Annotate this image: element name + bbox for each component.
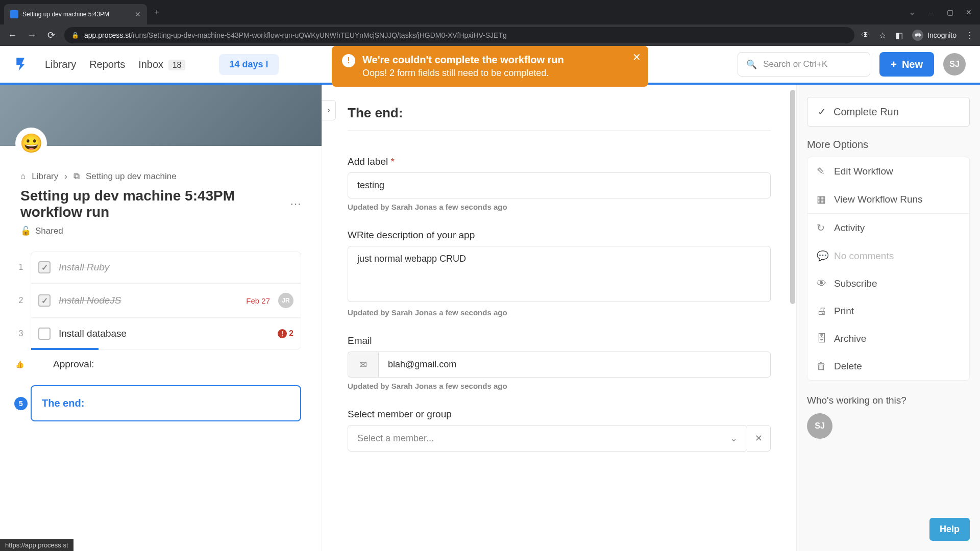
task-label: Install Ruby	[59, 262, 109, 273]
shared-indicator[interactable]: 🔓 Shared	[0, 220, 322, 252]
edit-workflow-option[interactable]: ✎ Edit Workflow	[807, 157, 969, 185]
nav-reports[interactable]: Reports	[89, 59, 125, 70]
user-avatar[interactable]: SJ	[943, 53, 966, 76]
email-field-label: Email	[348, 335, 771, 346]
clear-button[interactable]: ✕	[747, 425, 771, 452]
task-row[interactable]: 2 Install NodeJS Feb 27 JR	[31, 283, 301, 318]
run-title: Setting up dev machine 5:43PM workflow r…	[20, 188, 284, 220]
description-textarea[interactable]	[348, 246, 771, 302]
comment-icon: 💬	[817, 250, 827, 262]
hero-image: 😀	[0, 85, 322, 146]
more-menu-button[interactable]: ⋯	[290, 197, 301, 211]
chevron-down-icon: ⌄	[730, 433, 738, 444]
incognito-badge: 🕶 Incognito	[912, 30, 957, 41]
more-options-heading: More Options	[807, 139, 970, 151]
subscribe-option[interactable]: 👁 Subscribe	[807, 270, 969, 297]
assignee-avatar[interactable]: JR	[278, 293, 293, 308]
task-label: The end:	[42, 397, 84, 409]
collapse-button[interactable]: ›	[322, 100, 336, 120]
thumb-icon: 👍	[15, 360, 24, 368]
url-field[interactable]: 🔒 app.process.st/runs/Setting-up-dev-mac…	[64, 27, 854, 43]
workflow-emoji[interactable]: 😀	[15, 128, 47, 159]
search-input[interactable]: 🔍 Search or Ctrl+K	[738, 52, 870, 77]
logo[interactable]	[14, 56, 32, 73]
window-controls: ⌄ — ▢ ✕	[901, 8, 980, 16]
mail-icon: ✉	[348, 352, 378, 378]
forward-button[interactable]: →	[26, 30, 38, 41]
minimize-icon[interactable]: —	[927, 8, 935, 16]
copy-icon[interactable]: ⧉	[74, 171, 80, 182]
task-label: Install NodeJS	[59, 295, 121, 306]
browser-tab[interactable]: Setting up dev machine 5:43PM ✕	[4, 4, 147, 24]
close-tab-icon[interactable]: ✕	[135, 10, 141, 18]
working-on-heading: Who's working on this?	[807, 395, 970, 406]
home-icon[interactable]: ⌂	[20, 171, 26, 182]
status-bar: https://app.process.st	[0, 539, 74, 551]
task-number: 1	[16, 263, 26, 272]
field-hint: Updated by Sarah Jonas a few seconds ago	[348, 203, 771, 211]
table-icon: ▦	[817, 193, 827, 205]
tab-title: Setting up dev machine 5:43PM	[22, 11, 131, 18]
working-avatar[interactable]: SJ	[807, 413, 832, 439]
eye-off-icon[interactable]: 👁	[862, 31, 870, 40]
inbox-count-badge: 18	[168, 60, 186, 70]
archive-option[interactable]: 🗄 Archive	[807, 325, 969, 353]
trial-banner[interactable]: 14 days l	[219, 54, 278, 75]
star-icon[interactable]: ☆	[879, 31, 886, 40]
check-icon: ✓	[818, 106, 826, 118]
lock-icon: 🔒	[71, 32, 79, 39]
description-field-label: WRite description of your app	[348, 230, 771, 241]
new-tab-button[interactable]: +	[147, 7, 167, 18]
approval-row[interactable]: 👍 Approval:	[31, 349, 301, 379]
print-icon: 🖨	[817, 306, 827, 317]
label-input[interactable]	[348, 172, 771, 198]
comments-option[interactable]: 💬 No comments	[807, 242, 969, 270]
maximize-icon[interactable]: ▢	[947, 8, 953, 16]
nav-inbox[interactable]: Inbox 18	[138, 59, 185, 70]
task-label: Install database	[59, 328, 127, 339]
print-option[interactable]: 🖨 Print	[807, 297, 969, 325]
complete-run-button[interactable]: ✓ Complete Run	[807, 97, 970, 127]
member-field-label: Select member or group	[348, 409, 771, 420]
activity-option[interactable]: ↻ Activity	[807, 213, 969, 242]
task-row-active[interactable]: 5 The end:	[31, 385, 301, 421]
view-runs-option[interactable]: ▦ View Workflow Runs	[807, 185, 969, 213]
task-checkbox[interactable]	[38, 261, 51, 273]
tabs-dropdown-icon[interactable]: ⌄	[909, 8, 915, 16]
reload-button[interactable]: ⟳	[45, 30, 57, 41]
eye-icon: 👁	[817, 278, 827, 289]
task-checkbox[interactable]	[38, 294, 51, 307]
options-menu: ✎ Edit Workflow ▦ View Workflow Runs ↻ A…	[807, 157, 970, 381]
task-error-badge: ! 2	[278, 329, 293, 338]
close-window-icon[interactable]: ✕	[966, 8, 972, 16]
field-hint: Updated by Sarah Jonas a few seconds ago	[348, 308, 771, 317]
left-panel: 😀 ⌂ Library › ⧉ Setting up dev machine S…	[0, 85, 322, 551]
form-section-title: The end:	[348, 105, 771, 131]
back-button[interactable]: ←	[6, 30, 18, 41]
right-panel: ✓ Complete Run More Options ✎ Edit Workf…	[796, 85, 980, 551]
url-text: app.process.st/runs/Setting-up-dev-machi…	[84, 31, 507, 39]
breadcrumb: ⌂ Library › ⧉ Setting up dev machine	[0, 146, 322, 188]
nav-library[interactable]: Library	[45, 59, 76, 70]
new-button[interactable]: + New	[879, 52, 934, 77]
breadcrumb-root[interactable]: Library	[32, 171, 58, 182]
delete-option[interactable]: 🗑 Delete	[807, 353, 969, 380]
task-row[interactable]: 1 Install Ruby	[31, 252, 301, 283]
help-button[interactable]: Help	[929, 518, 970, 541]
field-hint: Updated by Sarah Jonas a few seconds ago	[348, 382, 771, 390]
error-toast: ! We're couldn't complete the workflow r…	[332, 46, 648, 87]
approval-label: Approval:	[53, 359, 94, 370]
menu-icon[interactable]: ⋮	[966, 31, 974, 40]
error-icon: !	[278, 329, 287, 338]
task-number: 5	[14, 397, 28, 410]
task-checkbox[interactable]	[38, 328, 51, 340]
task-row[interactable]: 3 Install database ! 2	[31, 318, 301, 349]
extensions-icon[interactable]: ◧	[895, 31, 903, 40]
toast-message: Oops! 2 form fields still need to be com…	[362, 68, 564, 79]
archive-icon: 🗄	[817, 333, 827, 344]
form-panel: › The end: Add label * Updated by Sarah …	[322, 85, 796, 551]
member-select[interactable]: Select a member... ⌄	[348, 425, 747, 452]
breadcrumb-current[interactable]: Setting up dev machine	[86, 171, 177, 182]
close-icon[interactable]: ✕	[632, 51, 641, 63]
email-input[interactable]	[378, 352, 771, 378]
